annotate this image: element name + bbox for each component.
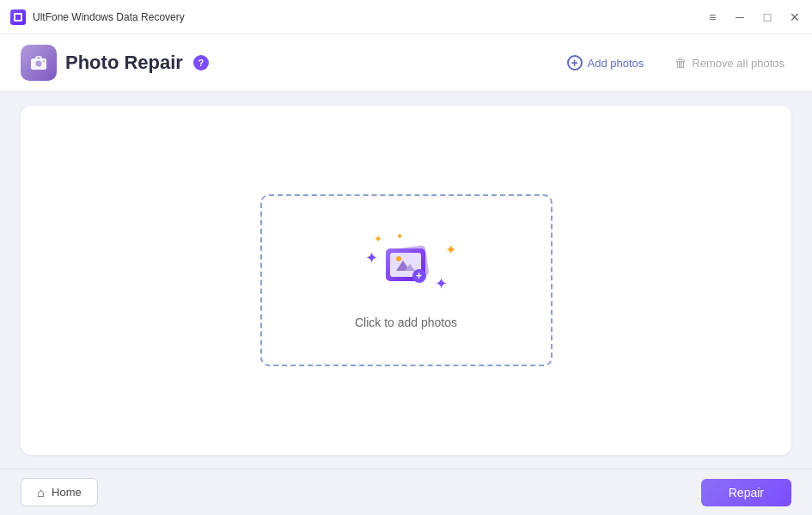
home-label: Home <box>52 486 82 499</box>
photo-repair-icon <box>21 45 57 81</box>
photo-3d-svg-icon: + <box>372 235 441 297</box>
sparkle-2-icon: ✦ <box>396 231 403 241</box>
main-content: Photo Repair ? + Add photos 🗑 Remove all… <box>0 34 812 469</box>
sparkle-4-icon: ✦ <box>365 248 378 267</box>
title-bar-controls: ≡ ─ □ ✕ <box>705 11 802 23</box>
sparkle-3-icon: ✦ <box>435 274 448 293</box>
page-title-section: Photo Repair ? <box>21 45 209 81</box>
minimize-button[interactable]: ─ <box>733 11 747 23</box>
page-header: Photo Repair ? + Add photos 🗑 Remove all… <box>0 34 812 92</box>
svg-text:+: + <box>416 270 422 282</box>
content-panel: ✦ ✦ ✦ ✦ + <box>21 106 791 455</box>
header-actions: + Add photos 🗑 Remove all photos <box>560 52 791 74</box>
app-title: UltFone Windows Data Recovery <box>33 11 185 23</box>
app-icon-inner <box>14 13 22 21</box>
repair-button[interactable]: Repair <box>701 479 791 506</box>
home-icon: ⌂ <box>37 485 45 500</box>
title-bar: UltFone Windows Data Recovery ≡ ─ □ ✕ <box>0 0 812 34</box>
close-button[interactable]: ✕ <box>788 11 802 23</box>
drop-zone[interactable]: ✦ ✦ ✦ ✦ + <box>260 194 553 366</box>
svg-point-2 <box>43 60 45 62</box>
drop-zone-text: Click to add photos <box>355 316 457 329</box>
sparkle-5-icon: ✦ <box>445 242 456 258</box>
maximize-button[interactable]: □ <box>760 11 774 23</box>
remove-all-button[interactable]: 🗑 Remove all photos <box>668 52 791 73</box>
footer: ⌂ Home Repair <box>0 469 812 515</box>
home-button[interactable]: ⌂ Home <box>21 478 98 506</box>
page-icon-svg <box>28 52 49 73</box>
svg-point-8 <box>396 256 401 261</box>
remove-all-label: Remove all photos <box>692 57 785 70</box>
title-bar-left: UltFone Windows Data Recovery <box>10 9 185 25</box>
trash-icon: 🗑 <box>675 56 687 70</box>
add-photos-button[interactable]: + Add photos <box>560 52 651 74</box>
svg-point-1 <box>36 61 42 67</box>
app-icon <box>10 9 26 25</box>
photo-icon-container: ✦ ✦ ✦ ✦ + <box>363 231 449 300</box>
add-photos-circle-icon: + <box>567 55 583 71</box>
page-title: Photo Repair <box>65 52 183 74</box>
help-badge[interactable]: ? <box>193 55 209 71</box>
sparkle-1-icon: ✦ <box>374 233 382 245</box>
settings-button[interactable]: ≡ <box>705 11 719 23</box>
add-photos-label: Add photos <box>588 57 644 70</box>
